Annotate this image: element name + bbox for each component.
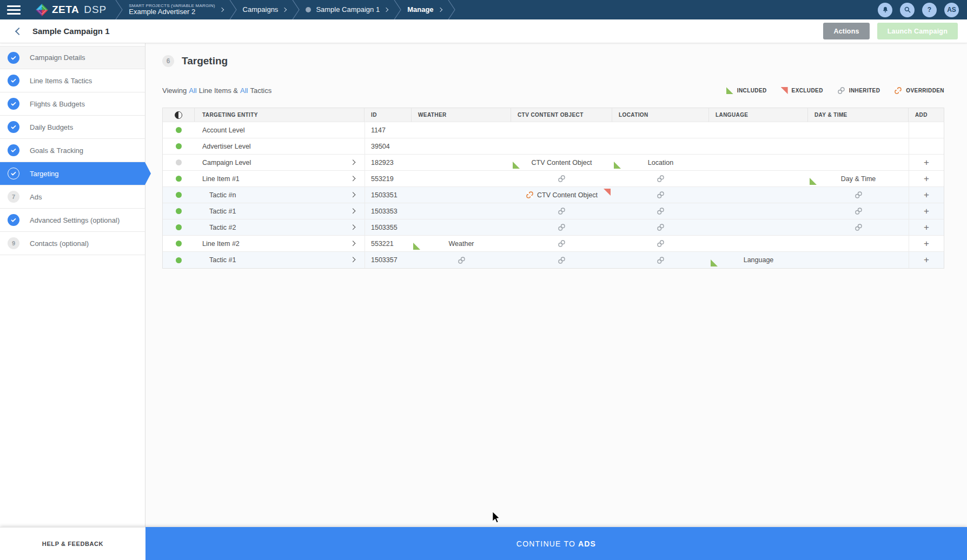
expand-chevron-icon[interactable]	[350, 224, 356, 230]
sidebar-item-ads[interactable]: 7Ads	[0, 185, 145, 209]
cell-weather	[412, 122, 511, 138]
sidebar-item-line-items-tactics[interactable]: Line Items & Tactics	[0, 69, 145, 92]
search-button[interactable]	[900, 3, 915, 17]
sidebar-item-daily-budgets[interactable]: Daily Budgets	[0, 116, 145, 139]
expand-chevron-icon[interactable]	[350, 208, 356, 214]
status-dot	[176, 241, 182, 246]
menu-icon[interactable]	[7, 5, 21, 15]
legend-inherited: INHERITED	[837, 86, 880, 95]
all-line-items-link[interactable]: All	[189, 86, 196, 95]
all-tactics-link[interactable]: All	[240, 86, 248, 95]
cell-weather	[412, 252, 511, 268]
sidebar-item-advanced-settings-optional[interactable]: Advanced Settings (optional)	[0, 209, 145, 232]
entity-label: Advertiser Level	[202, 143, 251, 150]
cell-ctv	[511, 236, 612, 251]
breadcrumb-separator	[229, 0, 237, 19]
entity-id: 1503351	[365, 187, 412, 203]
expand-chevron-icon[interactable]	[350, 257, 356, 262]
cell-location	[612, 122, 709, 138]
entity-id: 553221	[365, 236, 412, 251]
fill-toggle[interactable]	[163, 108, 195, 122]
help-button[interactable]: ?	[922, 3, 937, 17]
sidebar-item-label: Advanced Settings (optional)	[30, 216, 120, 224]
step-number: 7	[8, 191, 19, 203]
sidebar-item-targeting[interactable]: Targeting	[0, 162, 145, 185]
table-row[interactable]: Advertiser Level39504	[163, 138, 944, 155]
breadcrumb-item-sample-campaign-1[interactable]: Sample Campaign 1	[300, 0, 394, 19]
subheader: Sample Campaign 1 Actions Launch Campaig…	[0, 19, 967, 43]
view-row: Viewing All Line Items & All Tactics INC…	[162, 86, 944, 95]
zeta-diamond-icon	[35, 3, 49, 17]
breadcrumb-item-example-advertiser-2[interactable]: SMART PROJECTS (VARIABLE MARGIN)Example …	[123, 0, 229, 19]
bell-icon	[882, 6, 889, 14]
cell-location	[612, 252, 709, 268]
cell-language	[709, 122, 808, 138]
table-row[interactable]: Tactic #21503355+	[163, 219, 944, 236]
status-dot	[176, 143, 182, 149]
sidebar-item-contacts-optional[interactable]: 9Contacts (optional)	[0, 232, 145, 255]
table-row[interactable]: Tactic #11503357Language+	[163, 252, 944, 268]
status-dot	[176, 159, 182, 165]
cell-daytime	[808, 203, 909, 219]
table-row[interactable]: Account Level1147	[163, 122, 944, 138]
actions-button[interactable]: Actions	[823, 23, 869, 39]
add-targeting-button[interactable]: +	[909, 236, 944, 251]
breadcrumb-item-campaigns[interactable]: Campaigns	[237, 0, 293, 19]
targeting-type-label: Weather	[448, 240, 474, 248]
add-targeting-button[interactable]: +	[909, 155, 944, 170]
table-row[interactable]: Campaign Level182923CTV Content ObjectLo…	[163, 155, 944, 171]
entity-label: Tactic #1	[209, 208, 236, 215]
included-triangle-icon	[726, 87, 733, 94]
sidebar-item-label: Contacts (optional)	[30, 239, 89, 248]
cell-language	[709, 219, 808, 235]
check-icon	[10, 101, 17, 107]
launch-campaign-button[interactable]: Launch Campaign	[877, 23, 958, 39]
inherited-link-icon	[558, 256, 566, 264]
cell-weather: Weather	[412, 236, 511, 251]
add-targeting-button[interactable]: +	[909, 219, 944, 235]
add-targeting-button[interactable]: +	[909, 203, 944, 219]
breadcrumb-separator	[292, 0, 300, 19]
table-row[interactable]: Tactic #11503353+	[163, 203, 944, 219]
included-triangle-icon	[513, 162, 520, 169]
check-icon	[10, 124, 17, 130]
table-row[interactable]: Line Item #2553221Weather+	[163, 236, 944, 252]
cell-daytime	[808, 122, 909, 138]
excluded-triangle-icon	[781, 87, 788, 94]
zeta-logo[interactable]: ZETA DSP	[35, 3, 107, 17]
overridden-link-icon	[894, 86, 902, 95]
sidebar-item-goals-tracking[interactable]: Goals & Tracking	[0, 139, 145, 162]
column-header-weather: WEATHER	[412, 108, 511, 122]
entity-id: 39504	[365, 138, 412, 154]
table-row[interactable]: Tactic #n1503351CTV Content Object+	[163, 187, 944, 203]
entity-id: 1147	[365, 122, 412, 138]
cell-weather	[412, 155, 511, 170]
status-dot	[176, 192, 182, 198]
sidebar-item-campaign-details[interactable]: Campaign Details	[0, 46, 145, 69]
sidebar-item-flights-budgets[interactable]: Flights & Budgets	[0, 92, 145, 116]
inherited-link-icon	[657, 223, 665, 231]
page-title: Targeting	[182, 55, 228, 67]
add-targeting-button[interactable]: +	[909, 252, 944, 268]
continue-to-ads-button[interactable]: CONTINUE TO ADS	[145, 527, 967, 560]
back-button[interactable]	[12, 24, 26, 38]
cell-ctv	[511, 252, 612, 268]
cell-daytime	[808, 155, 909, 170]
excluded-triangle-icon	[604, 189, 611, 196]
avatar[interactable]: AS	[944, 3, 959, 17]
expand-chevron-icon[interactable]	[350, 176, 356, 181]
breadcrumb-item-manage[interactable]: Manage	[401, 0, 447, 19]
expand-chevron-icon[interactable]	[350, 241, 356, 246]
table-row[interactable]: Line Item #1553219Day & Time+	[163, 171, 944, 187]
add-targeting-button[interactable]: +	[909, 187, 944, 203]
cell-daytime	[808, 252, 909, 268]
status-dot	[176, 224, 182, 230]
add-targeting-button[interactable]: +	[909, 171, 944, 186]
expand-chevron-icon[interactable]	[350, 159, 356, 165]
breadcrumb-label: Manage	[407, 6, 433, 14]
notifications-button[interactable]	[878, 3, 892, 17]
cell-daytime	[808, 187, 909, 203]
check-icon	[10, 77, 17, 84]
expand-chevron-icon[interactable]	[350, 192, 356, 197]
help-feedback-button[interactable]: HELP & FEEDBACK	[0, 527, 145, 560]
